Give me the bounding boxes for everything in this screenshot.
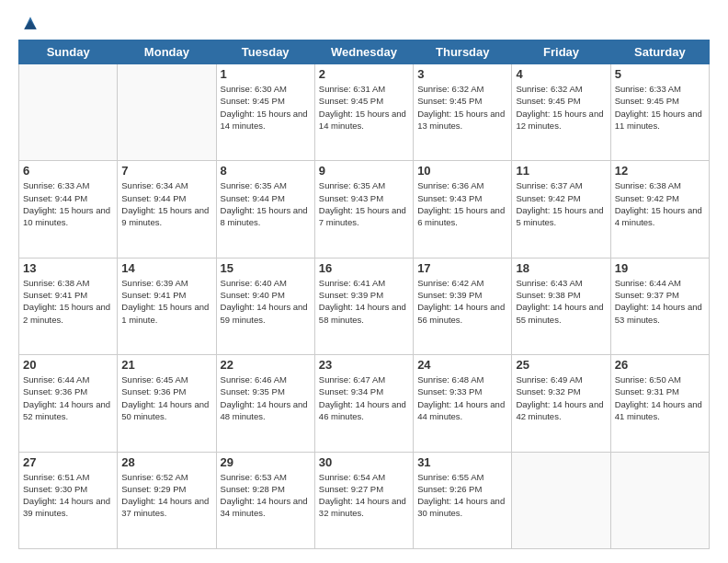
day-info: Sunrise: 6:55 AMSunset: 9:26 PMDaylight:… [417,471,507,520]
weekday-header-saturday: Saturday [610,40,709,64]
day-cell: 3Sunrise: 6:32 AMSunset: 9:45 PMDaylight… [414,64,512,161]
day-info: Sunrise: 6:44 AMSunset: 9:36 PMDaylight:… [23,373,113,422]
day-number: 13 [23,261,113,275]
day-cell [610,452,709,548]
day-number: 1 [221,67,311,81]
day-number: 15 [221,261,311,275]
day-number: 3 [417,67,507,81]
day-number: 31 [417,455,507,469]
day-info: Sunrise: 6:30 AMSunset: 9:45 PMDaylight:… [221,83,311,132]
day-info: Sunrise: 6:49 AMSunset: 9:32 PMDaylight:… [516,373,606,422]
day-info: Sunrise: 6:34 AMSunset: 9:44 PMDaylight:… [121,179,211,228]
day-cell: 19Sunrise: 6:44 AMSunset: 9:37 PMDayligh… [610,258,709,354]
weekday-header-monday: Monday [118,40,216,64]
day-number: 24 [417,358,507,372]
day-cell: 12Sunrise: 6:38 AMSunset: 9:42 PMDayligh… [610,161,709,258]
day-info: Sunrise: 6:41 AMSunset: 9:39 PMDaylight:… [319,277,409,326]
day-cell: 6Sunrise: 6:33 AMSunset: 9:44 PMDaylight… [19,161,118,258]
day-number: 5 [615,67,705,81]
day-info: Sunrise: 6:44 AMSunset: 9:37 PMDaylight:… [615,277,705,326]
day-number: 19 [615,261,705,275]
day-info: Sunrise: 6:42 AMSunset: 9:39 PMDaylight:… [417,277,507,326]
day-number: 14 [121,261,211,275]
weekday-header-friday: Friday [512,40,610,64]
day-cell: 25Sunrise: 6:49 AMSunset: 9:32 PMDayligh… [512,355,610,452]
day-number: 11 [516,164,606,178]
weekday-header-thursday: Thursday [414,40,512,64]
day-info: Sunrise: 6:52 AMSunset: 9:29 PMDaylight:… [121,471,211,520]
day-cell: 21Sunrise: 6:45 AMSunset: 9:36 PMDayligh… [118,355,216,452]
day-info: Sunrise: 6:39 AMSunset: 9:41 PMDaylight:… [121,277,211,326]
day-info: Sunrise: 6:32 AMSunset: 9:45 PMDaylight:… [417,83,507,132]
day-cell: 18Sunrise: 6:43 AMSunset: 9:38 PMDayligh… [512,258,610,354]
day-cell: 17Sunrise: 6:42 AMSunset: 9:39 PMDayligh… [414,258,512,354]
day-cell: 16Sunrise: 6:41 AMSunset: 9:39 PMDayligh… [314,258,413,354]
day-number: 23 [319,358,409,372]
day-info: Sunrise: 6:35 AMSunset: 9:44 PMDaylight:… [221,179,311,228]
day-number: 25 [516,358,606,372]
weekday-header-sunday: Sunday [19,40,118,64]
day-cell [512,452,610,548]
logo [18,14,40,32]
day-cell: 5Sunrise: 6:33 AMSunset: 9:45 PMDaylight… [610,64,709,161]
day-number: 28 [121,455,211,469]
week-row-3: 13Sunrise: 6:38 AMSunset: 9:41 PMDayligh… [19,258,710,354]
day-number: 2 [319,67,409,81]
day-number: 17 [417,261,507,275]
day-number: 8 [221,164,311,178]
day-cell: 9Sunrise: 6:35 AMSunset: 9:43 PMDaylight… [314,161,413,258]
day-cell: 20Sunrise: 6:44 AMSunset: 9:36 PMDayligh… [19,355,118,452]
day-info: Sunrise: 6:46 AMSunset: 9:35 PMDaylight:… [221,373,311,422]
day-number: 9 [319,164,409,178]
day-number: 22 [221,358,311,372]
day-cell: 30Sunrise: 6:54 AMSunset: 9:27 PMDayligh… [314,452,413,548]
day-number: 16 [319,261,409,275]
day-cell: 15Sunrise: 6:40 AMSunset: 9:40 PMDayligh… [216,258,314,354]
header [18,14,710,32]
day-number: 30 [319,455,409,469]
day-cell: 28Sunrise: 6:52 AMSunset: 9:29 PMDayligh… [118,452,216,548]
svg-marker-1 [24,20,36,29]
day-cell: 31Sunrise: 6:55 AMSunset: 9:26 PMDayligh… [414,452,512,548]
day-number: 21 [121,358,211,372]
day-cell: 4Sunrise: 6:32 AMSunset: 9:45 PMDaylight… [512,64,610,161]
day-info: Sunrise: 6:31 AMSunset: 9:45 PMDaylight:… [319,83,409,132]
day-cell: 13Sunrise: 6:38 AMSunset: 9:41 PMDayligh… [19,258,118,354]
week-row-1: 1Sunrise: 6:30 AMSunset: 9:45 PMDaylight… [19,64,710,161]
day-cell: 27Sunrise: 6:51 AMSunset: 9:30 PMDayligh… [19,452,118,548]
day-cell: 10Sunrise: 6:36 AMSunset: 9:43 PMDayligh… [414,161,512,258]
day-cell: 11Sunrise: 6:37 AMSunset: 9:42 PMDayligh… [512,161,610,258]
day-info: Sunrise: 6:47 AMSunset: 9:34 PMDaylight:… [319,373,409,422]
week-row-2: 6Sunrise: 6:33 AMSunset: 9:44 PMDaylight… [19,161,710,258]
day-number: 27 [23,455,113,469]
day-cell [118,64,216,161]
weekday-header-wednesday: Wednesday [314,40,413,64]
day-info: Sunrise: 6:38 AMSunset: 9:42 PMDaylight:… [615,179,705,228]
day-info: Sunrise: 6:50 AMSunset: 9:31 PMDaylight:… [615,373,705,422]
day-cell: 23Sunrise: 6:47 AMSunset: 9:34 PMDayligh… [314,355,413,452]
day-number: 6 [23,164,113,178]
day-number: 12 [615,164,705,178]
day-info: Sunrise: 6:37 AMSunset: 9:42 PMDaylight:… [516,179,606,228]
day-info: Sunrise: 6:53 AMSunset: 9:28 PMDaylight:… [221,471,311,520]
day-cell: 14Sunrise: 6:39 AMSunset: 9:41 PMDayligh… [118,258,216,354]
day-cell: 8Sunrise: 6:35 AMSunset: 9:44 PMDaylight… [216,161,314,258]
day-info: Sunrise: 6:32 AMSunset: 9:45 PMDaylight:… [516,83,606,132]
week-row-4: 20Sunrise: 6:44 AMSunset: 9:36 PMDayligh… [19,355,710,452]
day-info: Sunrise: 6:51 AMSunset: 9:30 PMDaylight:… [23,471,113,520]
day-cell [19,64,118,161]
day-info: Sunrise: 6:45 AMSunset: 9:36 PMDaylight:… [121,373,211,422]
day-number: 20 [23,358,113,372]
day-info: Sunrise: 6:54 AMSunset: 9:27 PMDaylight:… [319,471,409,520]
day-cell: 26Sunrise: 6:50 AMSunset: 9:31 PMDayligh… [610,355,709,452]
day-number: 4 [516,67,606,81]
calendar-table: SundayMondayTuesdayWednesdayThursdayFrid… [18,40,710,549]
day-number: 29 [221,455,311,469]
day-cell: 24Sunrise: 6:48 AMSunset: 9:33 PMDayligh… [414,355,512,452]
day-number: 7 [121,164,211,178]
day-number: 26 [615,358,705,372]
day-info: Sunrise: 6:33 AMSunset: 9:45 PMDaylight:… [615,83,705,132]
day-cell: 29Sunrise: 6:53 AMSunset: 9:28 PMDayligh… [216,452,314,548]
day-cell: 7Sunrise: 6:34 AMSunset: 9:44 PMDaylight… [118,161,216,258]
day-info: Sunrise: 6:33 AMSunset: 9:44 PMDaylight:… [23,179,113,228]
